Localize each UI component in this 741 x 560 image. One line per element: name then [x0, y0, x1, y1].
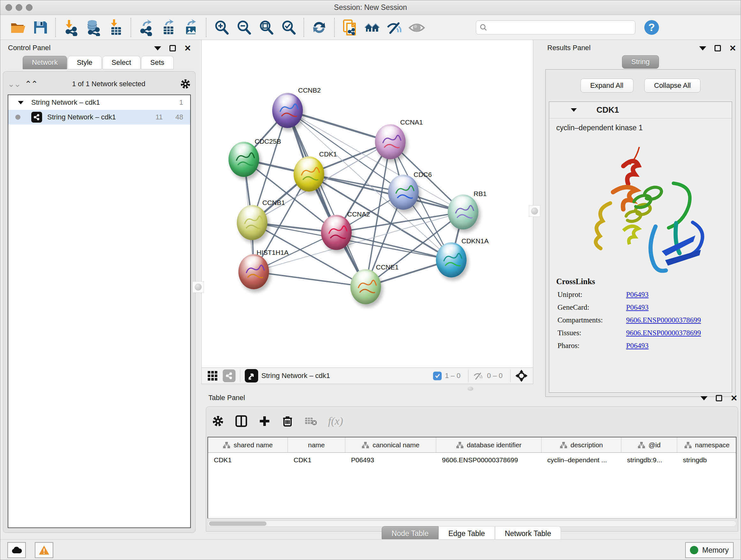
- right-splitter-handle[interactable]: [529, 205, 540, 217]
- export-table-icon[interactable]: [160, 19, 177, 36]
- open-session-icon[interactable]: [9, 19, 26, 36]
- column-header-canonical-name[interactable]: canonical name: [345, 437, 436, 452]
- results-panel-menu-icon[interactable]: [699, 46, 706, 51]
- network-node-cdk1[interactable]: [293, 157, 324, 192]
- network-node-rb1[interactable]: [448, 194, 478, 230]
- network-edge[interactable]: [287, 111, 366, 287]
- table-panel-menu-icon[interactable]: [700, 396, 708, 400]
- zoom-fit-icon[interactable]: [258, 19, 275, 36]
- refresh-icon[interactable]: [311, 19, 328, 36]
- network-canvas[interactable]: CCNB2 CCNA1 CDC25B CDK1 CDC6 RB1 CCNB1: [201, 40, 533, 368]
- search-box[interactable]: [476, 20, 635, 35]
- zoom-out-icon[interactable]: [235, 19, 253, 36]
- collection-expand-icon[interactable]: [18, 101, 23, 104]
- crosslink-link[interactable]: 9606.ENSP00000378699: [626, 316, 701, 324]
- column-header-description[interactable]: description: [542, 437, 621, 452]
- zoom-in-icon[interactable]: [213, 19, 230, 36]
- control-panel-float-icon[interactable]: [170, 45, 176, 51]
- network-node-cdc6[interactable]: [388, 175, 419, 210]
- tab-style[interactable]: Style: [68, 56, 102, 69]
- network-node-ccnb2[interactable]: [272, 93, 303, 128]
- network-node-ccne1[interactable]: [350, 269, 381, 304]
- first-neighbors-icon[interactable]: [363, 19, 381, 36]
- column-header-namespace[interactable]: namespace: [677, 437, 737, 452]
- import-network-file-icon[interactable]: [62, 19, 79, 36]
- node-table[interactable]: shared namenamecanonical namedatabase id…: [207, 437, 737, 518]
- tab-select[interactable]: Select: [103, 56, 140, 69]
- network-status-dot: [15, 115, 20, 120]
- search-input[interactable]: [488, 23, 628, 31]
- show-columns-icon[interactable]: [235, 415, 248, 428]
- network-node-ccna2[interactable]: [321, 215, 352, 250]
- horizontal-splitter-handle[interactable]: [468, 387, 473, 391]
- table-cell[interactable]: CDK1: [288, 453, 345, 468]
- network-options-gear-icon[interactable]: [180, 78, 191, 89]
- expand-all-button[interactable]: Expand All: [581, 78, 633, 92]
- detach-view-icon[interactable]: [245, 369, 258, 382]
- tab-network-table[interactable]: Network Table: [495, 526, 561, 541]
- collapse-all-button[interactable]: Collapse All: [644, 78, 701, 92]
- share-view-icon[interactable]: [223, 369, 235, 382]
- delete-column-icon[interactable]: [281, 415, 293, 427]
- table-cell[interactable]: stringdb: [677, 453, 737, 468]
- tab-edge-table[interactable]: Edge Table: [439, 526, 495, 541]
- results-panel-float-icon[interactable]: [715, 45, 721, 51]
- column-header-shared-name[interactable]: shared name: [208, 437, 288, 452]
- network-edge[interactable]: [254, 272, 366, 287]
- crosslink-link[interactable]: P06493: [626, 341, 649, 350]
- column-header--id[interactable]: @id: [621, 437, 677, 452]
- help-icon[interactable]: ?: [643, 19, 660, 36]
- network-node-cdc25b[interactable]: [228, 142, 259, 177]
- table-cell[interactable]: P06493: [345, 453, 436, 468]
- new-network-from-selection-icon[interactable]: [341, 19, 358, 36]
- cloud-status-button[interactable]: [7, 542, 26, 558]
- control-panel-menu-icon[interactable]: [154, 46, 161, 51]
- tab-string[interactable]: String: [622, 55, 659, 69]
- scrollbar-thumb[interactable]: [209, 521, 266, 526]
- table-cell[interactable]: CDK1: [208, 453, 288, 468]
- table-row[interactable]: CDK1CDK1P064939606.ENSP00000378699cyclin…: [208, 453, 736, 468]
- show-all-icon[interactable]: [408, 19, 425, 36]
- zoom-selected-icon[interactable]: [280, 19, 297, 36]
- control-panel-close-icon[interactable]: ✕: [184, 45, 191, 51]
- left-splitter-handle[interactable]: [192, 281, 204, 293]
- crosslink-link[interactable]: P06493: [626, 303, 649, 312]
- selected-checkbox-icon[interactable]: [433, 372, 442, 380]
- table-panel-float-icon[interactable]: [716, 395, 722, 401]
- column-header-name[interactable]: name: [288, 437, 345, 452]
- warnings-button[interactable]: [35, 542, 53, 558]
- import-network-database-icon[interactable]: [84, 19, 102, 36]
- network-node-ccnb1[interactable]: [237, 205, 267, 240]
- network-collection-row[interactable]: String Network – cdk1 1: [8, 95, 190, 110]
- network-node-ccna1[interactable]: [375, 124, 406, 159]
- table-horizontal-scrollbar[interactable]: [207, 520, 737, 527]
- table-panel-close-icon[interactable]: ✕: [731, 395, 738, 401]
- table-cell[interactable]: stringdb:9...: [621, 453, 677, 468]
- grid-view-icon[interactable]: [207, 370, 218, 381]
- protein-collapse-icon[interactable]: [571, 108, 577, 112]
- hide-selected-icon[interactable]: [386, 19, 403, 36]
- import-table-icon[interactable]: [107, 19, 124, 36]
- export-network-icon[interactable]: [138, 19, 155, 36]
- add-column-icon[interactable]: [259, 415, 271, 427]
- network-node-hist1h1a[interactable]: [239, 254, 269, 289]
- birdseye-navigator-icon[interactable]: [515, 369, 528, 382]
- network-edge[interactable]: [336, 233, 451, 260]
- table-cell[interactable]: 9606.ENSP00000378699: [436, 453, 542, 468]
- results-panel-close-icon[interactable]: ✕: [729, 45, 736, 51]
- tab-network[interactable]: Network: [23, 56, 67, 69]
- tab-sets[interactable]: Sets: [141, 56, 174, 69]
- column-header-database-identifier[interactable]: database identifier: [436, 437, 542, 452]
- network-node-cdkn1a[interactable]: [436, 242, 467, 277]
- save-session-icon[interactable]: [31, 19, 49, 36]
- crosslink-link[interactable]: P06493: [626, 291, 649, 299]
- crosslink-link[interactable]: 9606.ENSP00000378699: [626, 329, 701, 337]
- memory-button[interactable]: Memory: [685, 542, 734, 558]
- collapse-all-networks-icon[interactable]: ⌃⌃: [25, 79, 38, 89]
- table-options-gear-icon[interactable]: [212, 415, 224, 427]
- table-cell[interactable]: cyclin–dependent ...: [542, 453, 621, 468]
- tab-node-table[interactable]: Node Table: [382, 526, 439, 541]
- expand-all-networks-icon[interactable]: ⌄⌄: [8, 79, 20, 89]
- network-row[interactable]: String Network – cdk1 11 48: [8, 110, 190, 125]
- export-image-icon[interactable]: [182, 19, 199, 36]
